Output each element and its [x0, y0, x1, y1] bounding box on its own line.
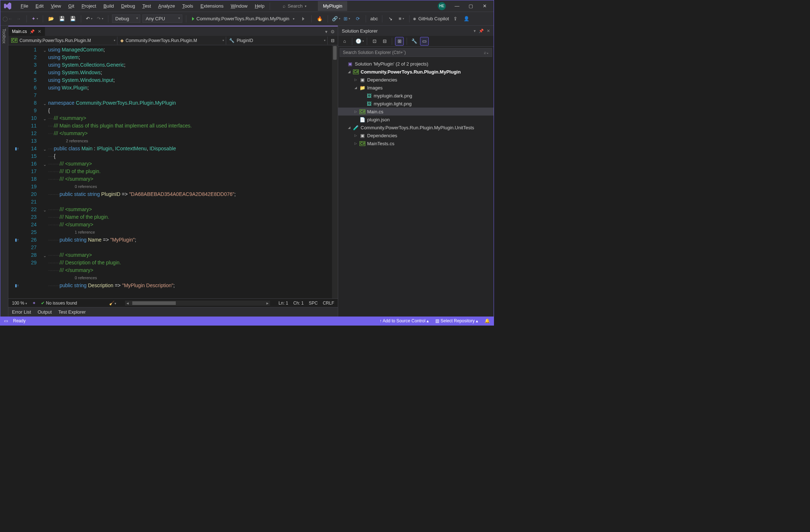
dependencies-node[interactable]: ▷▣Dependencies — [338, 76, 494, 84]
pin-icon[interactable]: 📌 — [30, 29, 35, 34]
menu-analyze[interactable]: Analyze — [155, 1, 179, 11]
project-node-2[interactable]: ◢🧪Community.PowerToys.Run.Plugin.MyPlugi… — [338, 123, 494, 131]
notifications-icon[interactable]: 🔔 — [485, 318, 490, 323]
share-button[interactable]: ⇪ — [451, 14, 460, 23]
collapse-icon[interactable]: ⊟ — [380, 37, 389, 46]
redo-button[interactable]: ↷ — [96, 14, 104, 23]
platform-dropdown[interactable]: Any CPU — [142, 14, 182, 23]
nav-member-dropdown[interactable]: 🔧PluginID — [226, 37, 328, 45]
bottom-tab-error-list[interactable]: Error List — [12, 309, 31, 315]
plugin-context-tab[interactable]: MyPlugin — [318, 1, 347, 11]
menubar: FileEditViewGitProjectBuildDebugTestAnal… — [0, 0, 494, 12]
nav-back-button[interactable]: ◯← — [3, 14, 12, 23]
select-repo-button[interactable]: ▥ Select Repository ▴ — [435, 318, 478, 323]
menu-edit[interactable]: Edit — [32, 1, 47, 11]
save-button[interactable]: 💾 — [58, 14, 66, 23]
web-dev-button[interactable]: ⊞ — [342, 14, 351, 23]
document-tabs: Main.cs 📌 ✕ ▾ ⚙ — [8, 26, 338, 36]
split-editor-icon[interactable]: ⊟ — [328, 36, 338, 45]
start-debug-button[interactable]: Community.PowerToys.Run.Plugin.MyPlugin▾ — [190, 15, 297, 22]
plugin-json-node[interactable]: 📄plugin.json — [338, 116, 494, 123]
menu-tools[interactable]: Tools — [179, 1, 197, 11]
solution-explorer-pane: Solution Explorer ▾ 📌 ✕ ⌂ 🕘 ⊡ ⊟ ⊞ 🔧 ▭ Se… — [338, 26, 494, 317]
new-item-button[interactable]: ✦ — [30, 14, 39, 23]
search-dropdown-icon[interactable]: ⌕▾ — [484, 50, 489, 55]
intellicode-icon[interactable]: ✦ — [32, 301, 36, 306]
spelling-button[interactable]: abc — [370, 14, 378, 23]
account-button[interactable]: 👤 — [462, 14, 471, 23]
maximize-button[interactable]: ▢ — [465, 1, 477, 11]
main-cs-node[interactable]: ▷C#Main.cs — [338, 108, 494, 116]
vertical-scrollbar[interactable] — [332, 45, 338, 298]
tab-settings-icon[interactable]: ⚙ — [331, 29, 335, 34]
nav-namespace-dropdown[interactable]: C#Community.PowerToys.Run.Plugin.M — [8, 37, 117, 45]
vs-logo-icon — [3, 2, 12, 11]
open-button[interactable]: 📂 — [47, 14, 55, 23]
bottom-tab-output[interactable]: Output — [38, 309, 52, 315]
toolbox-tab[interactable]: Toolbox — [0, 26, 8, 317]
history-icon[interactable]: 🕘 — [355, 37, 364, 46]
tool-button-1[interactable]: ⟳ — [353, 14, 362, 23]
properties-icon[interactable]: 🔧 — [410, 37, 419, 46]
bottom-tool-tabs: Error ListOutputTest Explorer — [8, 307, 338, 317]
project-node-1[interactable]: ◢C#Community.PowerToys.Run.Plugin.MyPlug… — [338, 68, 494, 76]
tool-button-2[interactable]: ↘ — [386, 14, 395, 23]
nav-forward-button[interactable]: → — [14, 14, 23, 23]
solution-explorer-title: Solution Explorer ▾ 📌 ✕ — [338, 26, 494, 36]
health-indicator[interactable]: ✔ No issues found — [41, 301, 77, 306]
tab-overflow-icon[interactable]: ▾ — [325, 29, 328, 34]
menu-file[interactable]: File — [17, 1, 32, 11]
solution-search-input[interactable]: Search Solution Explorer (Ctrl+¨) ⌕▾ — [340, 48, 492, 57]
close-tab-icon[interactable]: ✕ — [38, 29, 41, 34]
tool-button-3[interactable]: ≡ — [397, 14, 406, 23]
home-icon[interactable]: ⌂ — [340, 37, 349, 46]
solution-node[interactable]: ▣Solution 'MyPlugin' (2 of 2 projects) — [338, 60, 494, 68]
menu-extensions[interactable]: Extensions — [197, 1, 227, 11]
preview-icon[interactable]: ▭ — [420, 37, 429, 46]
menu-debug[interactable]: Debug — [117, 1, 138, 11]
document-tab-main[interactable]: Main.cs 📌 ✕ — [8, 27, 45, 36]
menu-help[interactable]: Help — [251, 1, 268, 11]
window-statusbar: ▭ Ready ↑ Add to Source Control ▴ ▥ Sele… — [0, 317, 494, 325]
line-ending[interactable]: CRLF — [323, 301, 334, 306]
pane-close-icon[interactable]: ✕ — [487, 29, 490, 33]
config-dropdown[interactable]: Debug — [112, 14, 140, 23]
dependencies-node-2[interactable]: ▷▣Dependencies — [338, 131, 494, 139]
menu-git[interactable]: Git — [65, 1, 78, 11]
image-light-node[interactable]: 🖼myplugin.light.png — [338, 100, 494, 108]
images-folder-node[interactable]: ◢📁Images — [338, 84, 494, 92]
cleanup-icon[interactable]: 🧹▾ — [109, 301, 116, 306]
main-toolbar: ◯← → ✦ 📂 💾 💾 ↶ ↷ Debug Any CPU Community… — [0, 12, 494, 26]
indent-mode[interactable]: SPC — [309, 301, 318, 306]
menu-project[interactable]: Project — [78, 1, 100, 11]
minimize-button[interactable]: — — [451, 1, 463, 11]
menu-view[interactable]: View — [47, 1, 65, 11]
solution-tree: ▣Solution 'MyPlugin' (2 of 2 projects) ◢… — [338, 58, 494, 149]
output-icon[interactable]: ▭ — [4, 318, 8, 323]
sync-icon[interactable]: ⊡ — [370, 37, 379, 46]
undo-button[interactable]: ↶ — [85, 14, 94, 23]
code-editor[interactable]: ▮↑▮↑▮↑ 123456789101112131415161718192021… — [8, 45, 338, 298]
nav-class-dropdown[interactable]: ◆Community.PowerToys.Run.Plugin.M — [117, 37, 227, 45]
pane-dropdown-icon[interactable]: ▾ — [474, 29, 476, 33]
show-all-icon[interactable]: ⊞ — [395, 37, 404, 46]
zoom-dropdown[interactable]: 100 % ▾ — [12, 301, 27, 306]
copilot-button[interactable]: ⎈GitHub Copilot — [413, 16, 449, 21]
code-navbar: C#Community.PowerToys.Run.Plugin.M ◆Comm… — [8, 36, 338, 45]
bottom-tab-test-explorer[interactable]: Test Explorer — [58, 309, 86, 315]
save-all-button[interactable]: 💾 — [68, 14, 77, 23]
image-dark-node[interactable]: 🖼myplugin.dark.png — [338, 92, 494, 100]
menu-test[interactable]: Test — [139, 1, 155, 11]
pane-pin-icon[interactable]: 📌 — [479, 29, 484, 33]
add-source-control-button[interactable]: ↑ Add to Source Control ▴ — [379, 318, 429, 323]
global-search[interactable]: ⌕ Search ▾ — [279, 1, 311, 11]
maintests-node[interactable]: ▷C#MainTests.cs — [338, 139, 494, 147]
user-avatar[interactable]: HE — [438, 2, 446, 10]
menu-build[interactable]: Build — [100, 1, 117, 11]
hot-reload-button[interactable]: 🔥 — [315, 14, 324, 23]
browser-link-button[interactable]: 🔗 — [332, 14, 340, 23]
menu-window[interactable]: Window — [227, 1, 251, 11]
close-button[interactable]: ✕ — [478, 1, 491, 11]
start-nodebug-button[interactable] — [299, 14, 308, 23]
horizontal-scrollbar[interactable]: ◂▸ — [125, 301, 270, 306]
